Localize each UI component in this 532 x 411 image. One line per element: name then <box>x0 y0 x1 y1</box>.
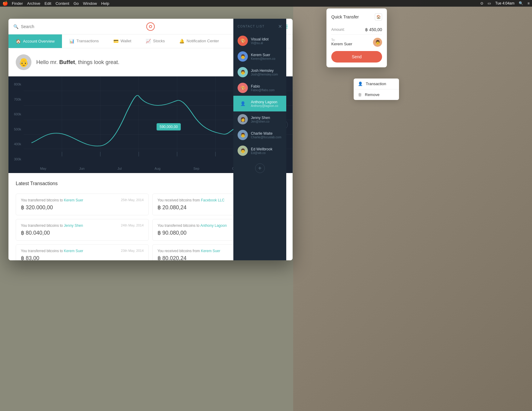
contact-item-kerem[interactable]: 👨 Kerem Suer Kerem@kerem.co <box>233 49 286 64</box>
x-label-sep: Sep <box>193 167 199 170</box>
tx-link-6[interactable]: Kerem Suer <box>201 249 220 253</box>
contact-item-ed[interactable]: 👨 Ed Wellbrook Ed@wb.co <box>233 143 286 159</box>
contact-email-visual-idiot: Vi@su.al <box>251 41 268 45</box>
greeting-text: Hello mr. Buffet, things look great. <box>36 59 246 66</box>
menu-window[interactable]: Window <box>83 1 97 6</box>
tx-desc-5: You transferred bitcoins to Kerem Suer 2… <box>21 249 144 253</box>
y-label-800k: 800k <box>11 82 21 86</box>
tx-link-1[interactable]: Kerem Suer <box>64 198 83 202</box>
home-icon[interactable]: 🏠 <box>375 13 382 21</box>
contact-name-jenny: Jenny Shen <box>251 116 270 120</box>
qt-title: Quick Transfer <box>331 14 359 19</box>
contact-email-kerem: Kerem@kerem.co <box>251 57 275 60</box>
contact-item-fabio[interactable]: 🎨 Fabio Fabio@ffabs.com <box>233 80 286 96</box>
contact-info-josh: Josh Hemsley Josh@hemsley.com <box>251 69 278 76</box>
contact-email-fabio: Fabio@ffabs.com <box>251 88 274 92</box>
qt-header: Quick Transfer 🏠 <box>331 13 382 21</box>
tx-prefix-5: You transferred bitcoins to <box>21 249 64 253</box>
context-menu-transaction-label: Transaction <box>366 82 386 86</box>
send-button[interactable]: Send <box>331 51 382 63</box>
context-menu-transaction[interactable]: 👤 Transaction <box>354 79 399 89</box>
tx-link-3[interactable]: Jenny Shen <box>64 223 83 228</box>
qt-to-info: To: Kerem Suer <box>331 38 352 46</box>
tab-stocks[interactable]: 📈 Stocks <box>138 34 172 48</box>
menu-edit[interactable]: Edit <box>44 1 51 6</box>
y-label-300k: 300k <box>11 157 21 161</box>
menu-archive[interactable]: Archive <box>27 1 40 6</box>
chart-tooltip: 590,000,00 <box>157 123 181 130</box>
context-menu-remove[interactable]: 🗑 Remove <box>354 89 399 100</box>
add-contact-button[interactable]: + <box>255 163 265 173</box>
greeting-name: Buffet <box>59 59 75 65</box>
tx-amount-3: ฿ 80.040,00 <box>21 230 144 236</box>
transaction-card-1: You transferred bitcoins to Kerem Suer 2… <box>16 194 149 215</box>
contact-name-ed: Ed Wellbrook <box>251 147 272 151</box>
y-label-600k: 600k <box>11 112 21 116</box>
tx-link-4[interactable]: Anthony Lagoon <box>200 223 227 228</box>
tab-account-overview[interactable]: 🏠 Account Overview <box>8 34 62 48</box>
tab-transactions-label: Transactions <box>76 39 99 43</box>
tx-desc-3: You transferred bitcoins to Jenny Shen 2… <box>21 223 144 228</box>
apple-menu[interactable]: 🍎 <box>2 1 8 6</box>
contact-panel-header: CONTACT LIST ✕ <box>233 19 286 33</box>
contact-email-charlie: Charlie@focuslab.com <box>251 136 281 139</box>
search-icon: 🔍 <box>13 24 18 29</box>
contact-email-josh: Josh@hemsley.com <box>251 73 278 76</box>
tab-notifications-label: Notification Center <box>187 39 219 43</box>
contact-name-anthony: Anthony Lagoon <box>251 100 278 104</box>
transactions-title: Latest Transactions <box>16 181 264 186</box>
tx-prefix-2: You received bitcoins from <box>157 198 201 202</box>
bell-icon: 🔔 <box>179 39 184 43</box>
contact-name-kerem: Kerem Suer <box>251 53 275 57</box>
contact-email-ed: Ed@wb.co <box>251 151 272 155</box>
contact-avatar-kerem: 👨 <box>238 51 248 62</box>
contact-item-charlie[interactable]: 👨 Charlie Waite Charlie@focuslab.com <box>233 127 286 143</box>
contact-avatar-visual-idiot: 🎨 <box>238 36 248 46</box>
tx-link-2[interactable]: Facebook LLC <box>201 198 225 202</box>
contact-item-jenny[interactable]: 👩 Jenny Shen Jen@shen.co <box>233 111 286 127</box>
tab-stocks-label: Stocks <box>153 39 165 43</box>
contact-avatar-charlie: 👨 <box>238 130 248 140</box>
record-button[interactable] <box>146 22 155 31</box>
tab-wallet[interactable]: 💳 Wallet <box>106 34 139 48</box>
greeting-suffix: , things look great. <box>75 59 119 65</box>
menubar-battery-icon: ▭ <box>488 1 491 5</box>
greeting-prefix: Hello mr. <box>36 59 59 65</box>
contact-email-anthony: Anthony@lagoon.co <box>251 104 278 108</box>
transaction-icon: 👤 <box>358 82 363 86</box>
tx-link-5[interactable]: Kerem Suer <box>64 249 83 253</box>
qt-to-label: To: <box>331 38 352 42</box>
contact-item-visual-idiot[interactable]: 🎨 Visual Idiot Vi@su.al <box>233 33 286 49</box>
menu-help[interactable]: Help <box>101 1 109 6</box>
transaction-card-3: You transferred bitcoins to Jenny Shen 2… <box>16 219 149 241</box>
contact-item-anthony[interactable]: 👤 Anthony Lagoon Anthony@lagoon.co <box>233 96 286 111</box>
y-label-500k: 500k <box>11 127 21 131</box>
contact-item-josh[interactable]: 👨 Josh Hemsley Josh@hemsley.com <box>233 64 286 80</box>
qt-to-row: To: Kerem Suer 👨 <box>331 38 382 47</box>
menubar-time: Tue 4:04am <box>495 1 514 5</box>
contact-avatar-jenny: 👩 <box>238 114 248 124</box>
contact-avatar-josh: 👨 <box>238 67 248 77</box>
tab-wallet-label: Wallet <box>121 39 131 43</box>
menu-content[interactable]: Content <box>56 1 70 6</box>
contact-name-visual-idiot: Visual Idiot <box>251 37 268 41</box>
menu-go[interactable]: Go <box>73 1 79 6</box>
contact-avatar-ed: 👨 <box>238 146 248 156</box>
menubar: 🍎 Finder Archive Edit Content Go Window … <box>0 0 532 7</box>
tab-notifications[interactable]: 🔔 Notification Center <box>172 34 226 48</box>
transaction-card-5: You transferred bitcoins to Kerem Suer 2… <box>16 244 149 260</box>
search-input[interactable] <box>21 24 81 29</box>
tab-transactions[interactable]: 📊 Transactions <box>62 34 106 48</box>
qt-amount-row: Amount: ฿ 450,00 <box>331 25 382 35</box>
wallet-icon: 💳 <box>113 39 118 43</box>
tx-prefix-3: You transferred bitcoins to <box>21 223 64 228</box>
contact-info-kerem: Kerem Suer Kerem@kerem.co <box>251 53 275 60</box>
menu-finder[interactable]: Finder <box>12 1 23 6</box>
menubar-circle-icon: ⊙ <box>480 1 483 5</box>
menubar-menu-icon[interactable]: ≡ <box>527 1 530 5</box>
chart-y-labels: 800k 700k 600k 500k 400k 300k <box>8 76 24 164</box>
menubar-search-icon[interactable]: 🔍 <box>519 1 523 5</box>
contact-panel-close[interactable]: ✕ <box>278 24 282 29</box>
qt-to-avatar: 👨 <box>373 38 382 47</box>
contact-email-jenny: Jen@shen.co <box>251 120 270 123</box>
